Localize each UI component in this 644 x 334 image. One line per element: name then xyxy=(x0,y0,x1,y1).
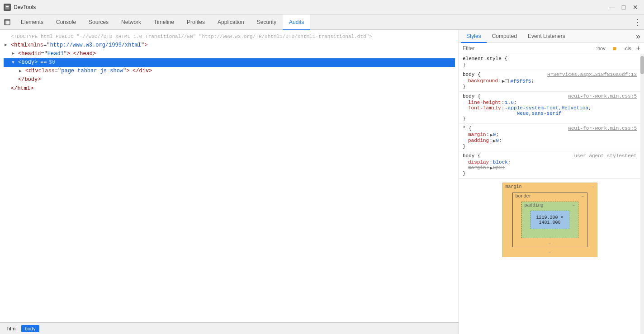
prop-margin-agent: margin:▶ 8px; xyxy=(463,165,637,171)
color-dot-button[interactable]: ■ xyxy=(611,44,619,53)
dom-line-head[interactable]: <head id="Head1" >…</head> xyxy=(4,50,455,58)
styles-body: element.style { } body { HrServices.aspx… xyxy=(459,54,644,334)
bottom-dash-2: – xyxy=(548,250,551,255)
tab-event-listeners[interactable]: Event Listeners xyxy=(522,30,571,43)
padding-label: padding xyxy=(525,203,544,208)
add-style-button[interactable]: + xyxy=(636,44,640,52)
style-rule-body-agent: body { user agent stylesheet display: bl… xyxy=(459,151,640,179)
source-body-font[interactable]: weui-for-work.min.css:5 xyxy=(568,94,637,99)
dom-triangle-html[interactable] xyxy=(5,42,11,49)
dom-triangle-head[interactable] xyxy=(12,50,18,57)
breadcrumb-html[interactable]: html xyxy=(4,325,20,332)
tab-security[interactable]: Security xyxy=(251,14,283,30)
svg-rect-0 xyxy=(5,5,9,9)
prop-display: display: block; xyxy=(463,160,637,165)
tab-profiles[interactable]: Profiles xyxy=(180,14,211,30)
selector-body-agent: body { xyxy=(463,153,481,159)
prop-padding: padding:▶ 0; xyxy=(463,138,637,144)
selector-body-font: body { xyxy=(463,94,481,99)
minimize-button[interactable]: — xyxy=(607,2,617,12)
selector-element-style: element.style { xyxy=(463,56,507,61)
tab-elements[interactable]: Elements xyxy=(14,14,50,30)
breadcrumb-bar: html body xyxy=(0,322,459,334)
source-body-agent: user agent stylesheet xyxy=(574,153,637,159)
window-controls: — □ ✕ xyxy=(607,2,640,12)
tab-application[interactable]: Application xyxy=(211,14,251,30)
dom-line-doctype: <!DOCTYPE html PUBLIC "-//W3C//DTD XHTML… xyxy=(4,33,455,41)
box-model-section: margin – border – padding – xyxy=(459,179,640,261)
styles-rules-list: element.style { } body { HrServices.aspx… xyxy=(459,54,640,334)
styles-filter-toolbar: :hov ■ .cls + xyxy=(459,43,644,54)
styles-scrollbar[interactable] xyxy=(640,54,644,334)
devtools-app-icon xyxy=(4,4,11,11)
close-brace-element: } xyxy=(463,62,637,68)
svg-rect-2 xyxy=(6,8,8,8)
content-dimensions: 1219.200 × 1481.800 xyxy=(531,215,569,225)
dom-triangle-body[interactable] xyxy=(12,59,18,66)
style-rule-body-font: body { weui-for-work.min.css:5 line-heig… xyxy=(459,92,640,124)
svg-rect-3 xyxy=(5,19,10,25)
styles-tabbar: Styles Computed Event Listeners » xyxy=(459,30,644,43)
maximize-button[interactable]: □ xyxy=(619,2,629,12)
prop-line-height: line-height: 1.6; xyxy=(463,100,637,105)
close-brace-body-font: } xyxy=(463,116,637,122)
box-content-layer: 1219.200 × 1481.800 xyxy=(530,211,569,229)
tab-timeline[interactable]: Timeline xyxy=(147,14,180,30)
window-title: DevTools xyxy=(14,4,607,10)
style-rule-body-bg: body { HrServices.aspx…318f816a6df:13 ba… xyxy=(459,70,640,92)
selector-star: * { xyxy=(463,126,472,131)
margin-label: margin xyxy=(506,184,522,189)
dom-line-html-close: </html> xyxy=(4,85,455,93)
main-content: <!DOCTYPE html PUBLIC "-//W3C//DTD XHTML… xyxy=(0,30,644,334)
prop-margin: margin:▶ 0; xyxy=(463,132,637,138)
dom-triangle-div[interactable] xyxy=(19,68,25,75)
close-brace-body-agent: } xyxy=(463,171,637,176)
tab-computed[interactable]: Computed xyxy=(487,30,522,43)
close-brace-star: } xyxy=(463,144,637,149)
cls-button[interactable]: .cls xyxy=(621,45,634,52)
prop-font-family: font-family: -apple-system-font,Helvetic… xyxy=(463,105,637,116)
border-dash: – xyxy=(581,194,584,199)
style-rule-star: * { weui-for-work.min.css:5 margin:▶ 0; … xyxy=(459,124,640,151)
main-tabbar: Elements Console Sources Network Timelin… xyxy=(0,14,644,30)
style-rule-element: element.style { } xyxy=(459,54,640,70)
styles-panel: Styles Computed Event Listeners » :hov ■… xyxy=(459,30,644,334)
more-tabs-button[interactable]: ⋮ xyxy=(631,14,644,29)
close-brace-body-bg: } xyxy=(463,84,637,89)
breadcrumb-body[interactable]: body xyxy=(21,325,39,332)
tab-sources[interactable]: Sources xyxy=(82,14,115,30)
prop-background: background: ▶ #f5f5f5; xyxy=(463,78,637,84)
dom-line-html[interactable]: <html xmlns="http://www.w3.org/1999/xhtm… xyxy=(4,41,455,50)
styles-filter-input[interactable] xyxy=(463,45,591,52)
dom-panel: <!DOCTYPE html PUBLIC "-//W3C//DTD XHTML… xyxy=(0,30,459,334)
padding-dash: – xyxy=(572,203,575,208)
styles-scrollbar-thumb[interactable] xyxy=(640,56,644,74)
tab-console[interactable]: Console xyxy=(50,14,82,30)
border-label: border xyxy=(516,194,532,199)
close-button[interactable]: ✕ xyxy=(630,2,640,12)
tab-styles[interactable]: Styles xyxy=(461,30,487,43)
selector-body-bg: body { xyxy=(463,72,481,77)
margin-dash-top: – xyxy=(591,184,594,189)
color-swatch-bg[interactable] xyxy=(505,79,509,83)
source-body-bg[interactable]: HrServices.aspx…318f816a6df:13 xyxy=(547,72,637,77)
dom-line-div[interactable]: <div class="page tabbar js_show" >…</div… xyxy=(4,67,455,75)
bottom-dash-1: – xyxy=(548,241,551,246)
more-styles-tabs-button[interactable]: » xyxy=(634,32,642,41)
dom-tree: <!DOCTYPE html PUBLIC "-//W3C//DTD XHTML… xyxy=(0,30,459,322)
hov-button[interactable]: :hov xyxy=(594,45,608,52)
dom-line-body-close: </body> xyxy=(4,75,455,84)
svg-rect-1 xyxy=(6,6,9,7)
source-star[interactable]: weui-for-work.min.css:5 xyxy=(568,126,637,131)
tab-network[interactable]: Network xyxy=(115,14,147,30)
dom-line-body[interactable]: <body> == $0 xyxy=(4,58,455,67)
inspect-element-button[interactable] xyxy=(0,14,14,29)
titlebar: DevTools — □ ✕ xyxy=(0,0,644,14)
tab-audits[interactable]: Audits xyxy=(283,14,310,30)
box-model-diagram: margin – border – padding – xyxy=(502,183,597,257)
